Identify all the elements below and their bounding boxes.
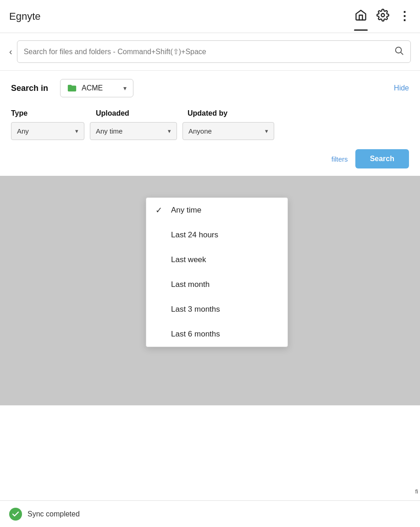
header-icons: ⋮ — [354, 9, 411, 24]
search-magnifier-icon — [394, 45, 404, 58]
updated-by-filter-label: Updated by — [188, 109, 409, 118]
settings-icon[interactable] — [376, 9, 389, 24]
updated-by-select-value: Anyone — [188, 127, 261, 135]
dropdown-option-label: Last 6 months — [171, 330, 220, 339]
search-bar-row: ‹ — [0, 33, 420, 71]
search-button[interactable]: Search — [355, 149, 409, 168]
sync-status-text: Sync completed — [28, 510, 80, 518]
sync-complete-icon — [9, 508, 22, 521]
type-dropdown-arrow: ▾ — [75, 128, 78, 135]
filter-controls-row: Any ▾ Any time ▾ Anyone ▾ — [11, 122, 409, 140]
search-input-wrapper[interactable] — [17, 40, 411, 63]
updated-by-select[interactable]: Anyone ▾ — [182, 122, 274, 140]
type-filter-label: Type — [11, 109, 96, 118]
dropdown-option-label: Last 24 hours — [171, 230, 218, 240]
search-input[interactable] — [24, 48, 394, 56]
type-select[interactable]: Any ▾ — [11, 122, 84, 140]
dropdown-option-label: Last month — [171, 280, 210, 289]
search-in-row: Search in ACME ▾ Hide — [0, 71, 420, 102]
dropdown-option-label: Last week — [171, 255, 206, 264]
uploaded-select[interactable]: Any time ▾ — [90, 122, 177, 140]
status-bar: Sync completed — [0, 500, 420, 527]
dropdown-item-any-time[interactable]: ✓ Any time — [146, 198, 287, 223]
uploaded-filter-label: Uploaded — [96, 109, 188, 118]
search-in-select[interactable]: ACME ▾ — [60, 79, 133, 97]
hide-link[interactable]: Hide — [394, 84, 409, 92]
filter-labels-row: Type Uploaded Updated by — [11, 109, 409, 118]
more-menu-icon[interactable]: ⋮ — [398, 9, 411, 23]
app-header: Egnyte ⋮ — [0, 0, 420, 33]
filters-area: Type Uploaded Updated by Any ▾ Any time … — [0, 102, 420, 149]
dropdown-item-last-24-hours[interactable]: ✓ Last 24 hours — [146, 223, 287, 247]
bottom-fi-label: fi — [415, 488, 419, 495]
action-row: filters Search — [0, 149, 420, 176]
svg-point-0 — [381, 13, 385, 17]
app-logo: Egnyte — [9, 11, 41, 22]
svg-point-1 — [396, 47, 402, 53]
uploaded-dropdown-arrow: ▾ — [168, 128, 171, 135]
search-in-label: Search in — [11, 84, 48, 93]
dropdown-option-label: Last 3 months — [171, 305, 220, 314]
dropdown-item-last-week[interactable]: ✓ Last week — [146, 247, 287, 272]
svg-line-2 — [401, 52, 403, 55]
search-in-domain: ACME — [82, 84, 119, 92]
dropdown-item-last-month[interactable]: ✓ Last month — [146, 272, 287, 297]
uploaded-dropdown: ✓ Any time ✓ Last 24 hours ✓ Last week ✓… — [146, 197, 288, 347]
dropdown-item-last-6-months[interactable]: ✓ Last 6 months — [146, 322, 287, 347]
home-icon[interactable] — [354, 9, 367, 24]
updated-by-dropdown-arrow: ▾ — [265, 128, 268, 135]
search-in-dropdown-arrow: ▾ — [123, 84, 127, 92]
checkmark-icon: ✓ — [155, 205, 165, 215]
dropdown-option-label: Any time — [171, 206, 201, 215]
dropdown-item-last-3-months[interactable]: ✓ Last 3 months — [146, 297, 287, 322]
uploaded-select-value: Any time — [96, 127, 164, 135]
back-arrow-icon[interactable]: ‹ — [9, 46, 12, 57]
type-select-value: Any — [17, 127, 72, 135]
more-filters-link[interactable]: filters — [332, 155, 348, 163]
